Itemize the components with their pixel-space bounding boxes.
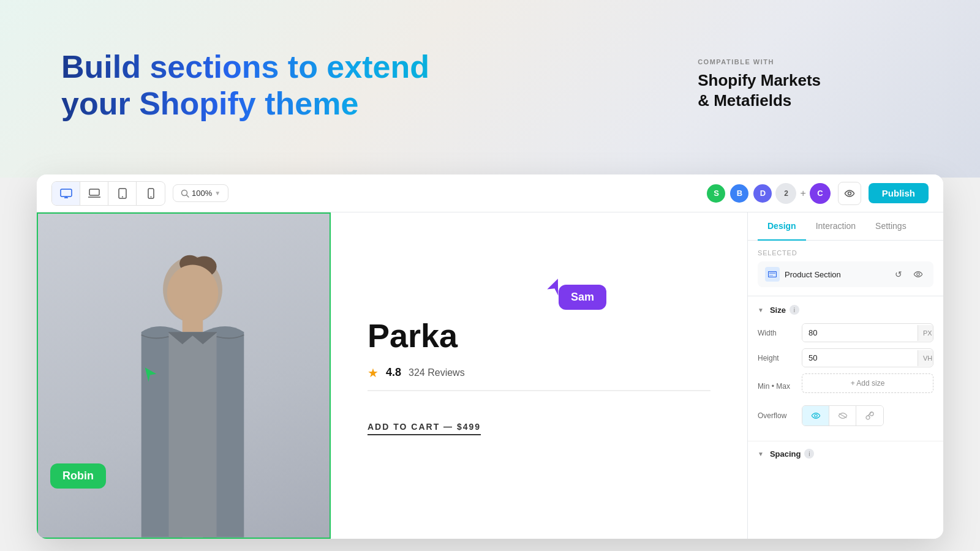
spacing-info-icon: i <box>804 449 814 459</box>
svg-rect-1 <box>89 189 99 195</box>
element-name: Product Section <box>785 270 886 279</box>
product-rating: ★ 4.8 324 Reviews <box>368 365 710 391</box>
right-panel: Design Interaction Settings Selected <box>747 212 943 539</box>
width-row: Width PX Fixed ▼ <box>758 323 933 342</box>
product-name: Parka <box>368 317 710 354</box>
svg-point-5 <box>150 196 151 197</box>
overflow-clip-btn[interactable] <box>856 406 883 425</box>
tab-settings[interactable]: Settings <box>865 212 916 241</box>
svg-rect-13 <box>168 332 216 538</box>
spacing-chevron: ▼ <box>758 451 764 457</box>
size-section-header[interactable]: ▼ Size i <box>758 305 933 315</box>
width-input[interactable] <box>802 324 918 342</box>
spacing-title: Spacing <box>770 449 801 459</box>
product-image-container: Robin <box>37 212 331 539</box>
sam-badge: Sam <box>559 285 606 310</box>
add-to-cart-btn[interactable]: ADD TO CART — $499 <box>368 422 481 435</box>
publish-button[interactable]: Publish <box>869 183 929 203</box>
selected-element: Product Section ↺ <box>758 261 933 287</box>
width-label: Width <box>758 329 797 337</box>
rating-value: 4.8 <box>386 366 401 379</box>
avatar-s: S <box>706 183 726 204</box>
svg-point-17 <box>917 273 919 276</box>
width-unit: PX <box>918 325 933 341</box>
compatible-label: COMPATIBLE WITH <box>698 58 821 66</box>
svg-point-7 <box>848 192 851 195</box>
panel-tabs: Design Interaction Settings <box>748 212 943 241</box>
canvas-area[interactable]: Robin Parka ★ 4.8 324 Reviews <box>37 212 747 539</box>
tab-design[interactable]: Design <box>758 212 806 241</box>
size-chevron: ▼ <box>758 307 764 313</box>
svg-point-18 <box>814 414 816 417</box>
product-details: Parka ★ 4.8 324 Reviews ADD TO CART — $4… <box>331 212 747 539</box>
height-input[interactable] <box>802 349 918 367</box>
overflow-visible-btn[interactable] <box>802 406 829 425</box>
avatar-group: S B D 2 + C <box>706 183 830 204</box>
reviews-count: 324 Reviews <box>409 367 465 378</box>
svg-rect-15 <box>769 272 775 274</box>
device-buttons <box>51 181 165 206</box>
avatar-count: 2 <box>775 183 796 204</box>
undo-btn[interactable]: ↺ <box>891 266 907 282</box>
svg-rect-14 <box>769 272 777 277</box>
visibility-btn[interactable] <box>910 266 926 282</box>
minmax-label: Min • Max <box>758 382 797 391</box>
element-icon <box>765 267 780 282</box>
preview-btn[interactable] <box>838 182 861 205</box>
overflow-row: Overflow <box>758 405 933 426</box>
svg-point-19 <box>866 416 870 419</box>
hero-title: Build sections to extend your Shopify th… <box>61 49 478 122</box>
avatar-b: B <box>729 183 750 204</box>
avatar-plus: + <box>800 188 805 199</box>
avatar-c: C <box>810 183 831 204</box>
zoom-level: 100% <box>192 189 212 198</box>
overflow-toggle-group <box>802 405 884 426</box>
selected-section: Selected Product Section ↺ <box>748 241 943 296</box>
size-section: ▼ Size i Width PX Fixed ▼ <box>748 296 943 441</box>
toolbar: 100% ▼ S B D 2 + C Publish <box>37 174 943 212</box>
person-silhouette <box>104 252 282 538</box>
spacing-section-header[interactable]: ▼ Spacing i <box>758 449 933 459</box>
svg-point-11 <box>167 265 219 322</box>
svg-rect-0 <box>61 189 72 197</box>
device-laptop-btn[interactable] <box>80 182 108 205</box>
selected-label: Selected <box>758 249 933 257</box>
avatar-d: D <box>752 183 773 204</box>
robin-badge: Robin <box>50 463 106 489</box>
width-input-group: PX Fixed ▼ <box>802 323 933 342</box>
svg-point-3 <box>122 196 123 197</box>
height-input-group: VH View ▼ <box>802 348 933 367</box>
overflow-label: Overflow <box>758 411 797 420</box>
minmax-row: Min • Max + Add size <box>758 373 933 399</box>
canvas-content: Robin Parka ★ 4.8 324 Reviews <box>37 212 747 539</box>
spacing-section: ▼ Spacing i <box>748 441 943 474</box>
element-actions: ↺ <box>891 266 926 282</box>
robin-cursor <box>142 366 159 386</box>
device-desktop-btn[interactable] <box>52 182 80 205</box>
compatible-section: COMPATIBLE WITH Shopify Markets & Metafi… <box>698 58 821 110</box>
size-info-icon: i <box>790 305 799 315</box>
compatible-title: Shopify Markets & Metafields <box>698 70 821 110</box>
zoom-control[interactable]: 100% ▼ <box>173 184 228 202</box>
editor-body: Robin Parka ★ 4.8 324 Reviews <box>37 212 943 539</box>
svg-rect-16 <box>769 275 773 276</box>
hero-section: Build sections to extend your Shopify th… <box>61 49 796 122</box>
svg-rect-12 <box>183 315 203 332</box>
editor-card: 100% ▼ S B D 2 + C Publish <box>37 174 943 539</box>
add-size-btn[interactable]: + Add size <box>802 373 933 393</box>
height-unit: VH <box>918 350 933 366</box>
size-title: Size <box>770 305 786 315</box>
device-tablet-btn[interactable] <box>108 182 137 205</box>
height-row: Height VH View ▼ <box>758 348 933 367</box>
star-icon: ★ <box>368 365 379 380</box>
height-label: Height <box>758 354 797 362</box>
tab-interaction[interactable]: Interaction <box>806 212 865 241</box>
device-mobile-btn[interactable] <box>137 182 165 205</box>
overflow-hidden-btn[interactable] <box>829 406 856 425</box>
